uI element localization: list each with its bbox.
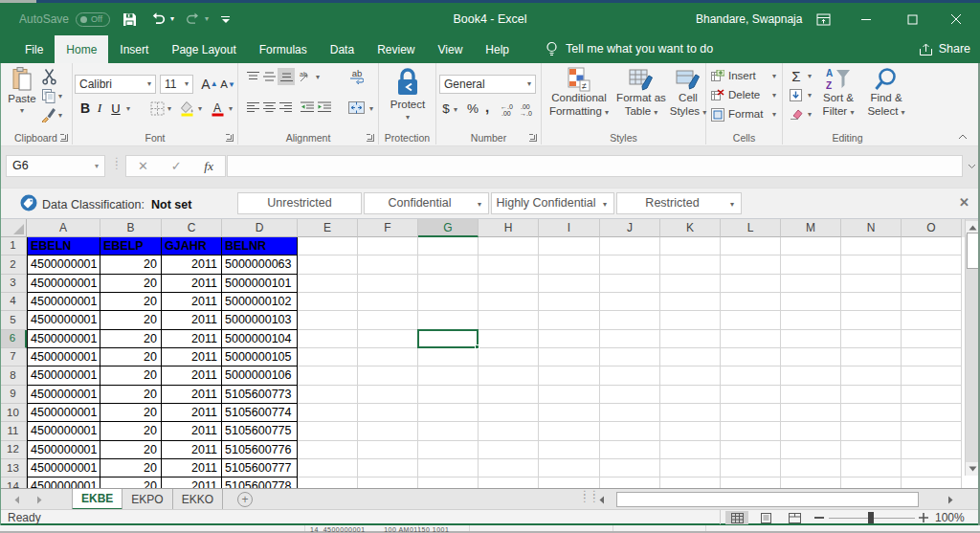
cell-O10[interactable] bbox=[902, 404, 962, 422]
tab-formulas[interactable]: Formulas bbox=[248, 36, 319, 63]
cell-G5[interactable] bbox=[418, 311, 479, 329]
cell-G2[interactable] bbox=[418, 255, 479, 274]
insert-cells-button[interactable]: Insert ▾ bbox=[711, 69, 776, 84]
cell-N2[interactable] bbox=[841, 255, 902, 274]
cell-E2[interactable] bbox=[298, 255, 358, 274]
cell-M2[interactable] bbox=[781, 255, 841, 274]
font-size-combo[interactable]: 11▾ bbox=[160, 75, 193, 94]
selected-cell-outline[interactable] bbox=[417, 329, 479, 348]
number-dialog-launcher[interactable] bbox=[529, 134, 537, 142]
align-top-button[interactable] bbox=[245, 69, 260, 84]
cell-D7[interactable]: 5000000105 bbox=[222, 348, 298, 366]
currency-button[interactable]: $ bbox=[440, 100, 452, 118]
minimize-button[interactable] bbox=[859, 3, 873, 35]
format-as-table-button[interactable]: Format as Table ▾ bbox=[614, 67, 668, 117]
cell-L3[interactable] bbox=[721, 275, 781, 293]
cell-C13[interactable]: 2011 bbox=[162, 459, 222, 477]
cell-J3[interactable] bbox=[600, 275, 660, 293]
cell-H3[interactable] bbox=[479, 275, 539, 293]
column-header-D[interactable]: D bbox=[222, 219, 298, 237]
cell-D6[interactable]: 5000000104 bbox=[222, 330, 298, 348]
column-header-O[interactable]: O bbox=[902, 219, 962, 237]
cell-M12[interactable] bbox=[781, 441, 841, 459]
redo-dropdown-icon[interactable]: ▾ bbox=[205, 15, 209, 23]
column-header-H[interactable]: H bbox=[479, 219, 539, 237]
cell-I4[interactable] bbox=[539, 293, 600, 311]
cell-C7[interactable]: 2011 bbox=[162, 348, 222, 366]
cell-G3[interactable] bbox=[418, 275, 479, 293]
cell-E12[interactable] bbox=[298, 441, 358, 459]
zoom-slider-thumb[interactable] bbox=[868, 512, 874, 523]
cell-G13[interactable] bbox=[418, 459, 479, 477]
cell-H1[interactable] bbox=[479, 237, 539, 255]
cell-F1[interactable] bbox=[358, 237, 418, 255]
cell-B9[interactable]: 20 bbox=[100, 386, 162, 404]
cell-L9[interactable] bbox=[721, 386, 781, 404]
cell-J2[interactable] bbox=[600, 255, 660, 274]
cell-N6[interactable] bbox=[841, 330, 902, 348]
cell-I2[interactable] bbox=[539, 255, 600, 274]
cell-O6[interactable] bbox=[902, 330, 962, 348]
cell-E8[interactable] bbox=[298, 366, 358, 385]
cell-D4[interactable]: 5000000102 bbox=[222, 293, 298, 311]
sheet-tab-ekbe[interactable]: EKBE bbox=[72, 489, 122, 510]
row-header-11[interactable]: 11 bbox=[0, 422, 27, 440]
cell-M10[interactable] bbox=[781, 404, 841, 422]
wrap-text-button[interactable]: ab bbox=[346, 67, 368, 86]
cell-A1[interactable]: EBELN bbox=[27, 237, 100, 255]
cell-C10[interactable]: 2011 bbox=[162, 404, 222, 422]
normal-view-button[interactable] bbox=[725, 511, 748, 524]
cell-D1[interactable]: BELNR bbox=[222, 237, 298, 255]
cell-G11[interactable] bbox=[418, 422, 479, 440]
cell-E11[interactable] bbox=[298, 422, 358, 440]
row-header-3[interactable]: 3 bbox=[0, 275, 27, 293]
cell-A13[interactable]: 4500000001 bbox=[27, 459, 100, 477]
cell-A14[interactable]: 4500000001 bbox=[27, 477, 100, 488]
align-right-button[interactable] bbox=[278, 100, 293, 115]
cell-N14[interactable] bbox=[841, 477, 902, 488]
tell-me-box[interactable]: Tell me what you want to do bbox=[546, 35, 713, 63]
redo-button[interactable]: ▾ bbox=[185, 3, 209, 35]
cell-N4[interactable] bbox=[841, 293, 902, 311]
cell-A12[interactable]: 4500000001 bbox=[27, 441, 100, 459]
cell-B8[interactable]: 20 bbox=[100, 366, 162, 385]
cell-H7[interactable] bbox=[479, 348, 539, 366]
sheet-tab-ekko[interactable]: EKKO bbox=[173, 489, 223, 510]
cell-D3[interactable]: 5000000101 bbox=[222, 275, 298, 293]
undo-button[interactable]: ▾ bbox=[150, 3, 174, 35]
format-cells-button[interactable]: Format ▾ bbox=[711, 107, 776, 122]
cell-E7[interactable] bbox=[298, 348, 358, 366]
cell-F4[interactable] bbox=[358, 293, 418, 311]
cell-H11[interactable] bbox=[479, 422, 539, 440]
cell-B3[interactable]: 20 bbox=[100, 275, 162, 293]
column-header-A[interactable]: A bbox=[27, 219, 100, 237]
cell-N13[interactable] bbox=[841, 459, 902, 477]
cell-B6[interactable]: 20 bbox=[100, 330, 162, 348]
autosave-toggle[interactable]: AutoSave Off bbox=[19, 3, 110, 35]
user-name[interactable]: Bhandare, Swapnaja bbox=[696, 3, 802, 35]
cell-I13[interactable] bbox=[539, 459, 600, 477]
cell-H14[interactable] bbox=[479, 477, 539, 488]
undo-dropdown-icon[interactable]: ▾ bbox=[170, 15, 174, 23]
cell-D9[interactable]: 5105600773 bbox=[222, 386, 298, 404]
clear-button[interactable] bbox=[788, 106, 803, 122]
cell-J6[interactable] bbox=[600, 330, 660, 348]
tab-scrollbar-splitter[interactable]: ⋮⋮⋮⋮ bbox=[580, 493, 599, 500]
increase-indent-button[interactable] bbox=[316, 100, 332, 115]
increase-decimal-button[interactable]: ←.0.00 bbox=[500, 100, 517, 118]
cell-M13[interactable] bbox=[781, 459, 841, 477]
cell-C3[interactable]: 2011 bbox=[162, 275, 222, 293]
cell-O9[interactable] bbox=[902, 386, 962, 404]
cell-C12[interactable]: 2011 bbox=[162, 441, 222, 459]
column-header-N[interactable]: N bbox=[841, 219, 902, 237]
cell-N8[interactable] bbox=[841, 366, 902, 385]
sheet-nav-prev-icon[interactable] bbox=[13, 489, 20, 510]
hscroll-right-icon[interactable] bbox=[947, 489, 954, 510]
clear-dropdown-icon[interactable]: ▾ bbox=[808, 111, 812, 119]
cell-A10[interactable]: 4500000001 bbox=[27, 404, 100, 422]
format-painter-button[interactable] bbox=[41, 107, 56, 122]
cell-A7[interactable]: 4500000001 bbox=[27, 348, 100, 366]
align-bottom-button[interactable] bbox=[278, 68, 295, 85]
cell-J8[interactable] bbox=[600, 366, 660, 385]
cell-C14[interactable]: 2011 bbox=[162, 477, 222, 488]
